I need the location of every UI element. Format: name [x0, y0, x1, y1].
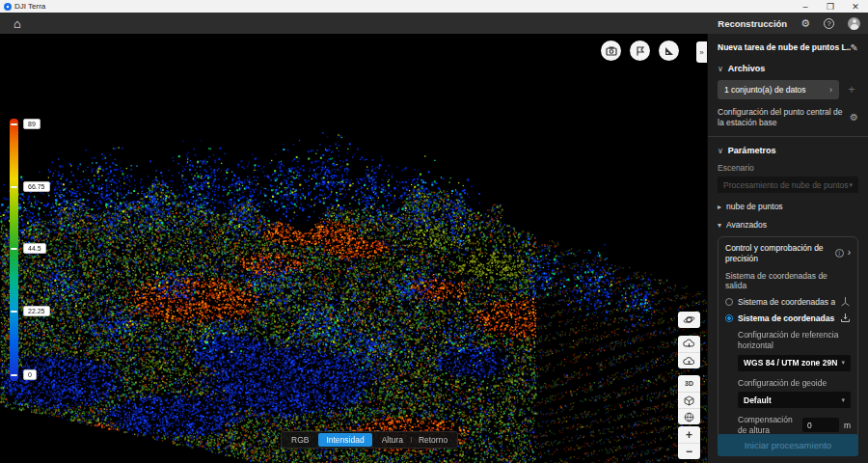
advanced-section-header[interactable]: ▾ Avanzados	[718, 220, 858, 230]
info-icon[interactable]: i	[835, 249, 844, 258]
mode-intensity[interactable]: Intensidad	[318, 433, 371, 447]
zoom-in-button[interactable]: +	[678, 426, 700, 443]
height-offset-unit: m	[844, 421, 851, 430]
colorbar-label: 44.5	[23, 243, 46, 254]
measure-tool-button[interactable]	[659, 41, 679, 61]
cloud-down-icon	[683, 339, 695, 349]
import-icon	[840, 313, 851, 323]
user-avatar[interactable]	[848, 17, 860, 30]
caret-down-icon: ▾	[841, 359, 845, 367]
3d-label: 3D	[685, 380, 693, 387]
display-mode-switcher: RGB Intensidad Altura Retorno	[281, 431, 458, 449]
horizontal-ref-label: Configuración de referencia horizontal	[738, 330, 851, 350]
crs-known-option[interactable]: Sistema de coordenadas conoc...	[725, 313, 851, 323]
geoid-value: Default	[744, 395, 772, 405]
window-title: DJI Terra	[14, 2, 45, 11]
orbit-icon	[683, 313, 695, 326]
advanced-section-label: Avanzados	[726, 220, 767, 230]
geoid-select[interactable]: Default ▾	[738, 392, 851, 408]
panel-collapse-button[interactable]: »	[696, 41, 707, 63]
display-mode-toolgroup: 3D	[678, 375, 700, 424]
orbit-toolgroup	[678, 312, 700, 328]
camera-icon	[606, 45, 617, 57]
chevron-down-icon: ∨	[718, 147, 723, 155]
height-offset-input[interactable]: 0	[802, 418, 839, 432]
zoom-toolgroup: + −	[678, 426, 700, 459]
triangle-down-icon: ▾	[718, 221, 721, 230]
radio-selected-icon	[725, 314, 733, 322]
view-3d-button[interactable]: 3D	[678, 375, 700, 392]
geoid-label: Configuración de geoide	[738, 378, 851, 389]
main-area: 89 66.75 44.5 22.25 0	[0, 34, 868, 463]
advanced-groupbox: Control y comprobación de precisión i › …	[718, 236, 858, 443]
point-cloud-canvas[interactable]	[0, 34, 707, 463]
dji-logo-icon	[4, 3, 12, 11]
colorbar-label: 22.25	[23, 306, 50, 316]
colorbar-tick	[11, 248, 17, 250]
close-button[interactable]: ✕	[843, 2, 868, 12]
cloud-top-view-button[interactable]	[678, 336, 700, 352]
chevron-right-icon: ›	[829, 85, 832, 95]
settings-icon[interactable]: ⚙	[800, 17, 810, 30]
chevron-right-icon: ›	[848, 247, 851, 259]
scenario-select[interactable]: Procesamiento de nube de puntos ▾	[718, 177, 858, 193]
base-station-gear-icon[interactable]: ⚙	[850, 111, 858, 123]
reconstruction-menu[interactable]: Reconstrucción	[718, 18, 787, 29]
minus-icon: −	[686, 445, 692, 458]
start-processing-button[interactable]: Iniciar procesamiento	[718, 434, 858, 456]
route-flag-icon	[635, 45, 646, 57]
cube-icon	[684, 395, 694, 406]
capture-view-button[interactable]	[601, 41, 621, 61]
orbit-view-button[interactable]	[678, 312, 700, 328]
titlebar: DJI Terra – ❐ ✕	[0, 0, 868, 13]
mode-return[interactable]: Retorno	[411, 433, 455, 447]
horizontal-ref-select[interactable]: WGS 84 / UTM zone 29N ▾	[738, 355, 851, 371]
sphere-mesh-icon	[684, 412, 694, 422]
colorbar-label-max: 89	[23, 119, 41, 129]
output-crs-label: Sistema de coordenadas de salida	[725, 271, 851, 290]
colorbar-tick	[11, 186, 17, 188]
accuracy-control-label: Control y comprobación de precisión	[725, 243, 831, 263]
height-offset-label: Compensación de altura	[738, 415, 798, 435]
app-window: DJI Terra – ❐ ✕ ⌂ Reconstrucción ⚙ ?	[0, 0, 868, 463]
task-title: Nueva tarea de nube de puntos L...	[718, 42, 851, 52]
crs-arbitrary-option[interactable]: Sistema de coordenadas arbitr...	[725, 296, 851, 307]
cloud-view-toolgroup	[678, 336, 700, 368]
files-section-header[interactable]: ∨ Archivos	[718, 64, 858, 73]
annotation-tool-button[interactable]	[630, 41, 650, 61]
colorbar-label: 66.75	[23, 181, 50, 192]
minimize-button[interactable]: –	[793, 2, 818, 12]
colorbar-tick	[11, 123, 17, 125]
height-offset-row: Compensación de altura 0 m	[738, 415, 851, 435]
caret-down-icon: ▾	[841, 396, 845, 404]
add-dataset-button[interactable]: +	[845, 83, 858, 96]
axes-icon	[840, 296, 851, 307]
colorbar-tick	[11, 311, 17, 313]
intensity-colorbar	[10, 119, 18, 381]
zoom-out-button[interactable]: −	[678, 443, 700, 459]
pointcloud-section-label: nube de puntos	[726, 202, 783, 211]
help-icon[interactable]: ?	[824, 18, 834, 29]
cloud-side-view-button[interactable]	[678, 352, 700, 368]
collapse-icon: »	[699, 48, 703, 57]
layer-display-button[interactable]	[678, 408, 700, 424]
mode-rgb[interactable]: RGB	[284, 433, 316, 447]
radio-unselected-icon	[725, 298, 733, 306]
pointcloud-section-header[interactable]: ▸ nube de puntos	[718, 202, 858, 211]
viewport-3d[interactable]: 89 66.75 44.5 22.25 0	[0, 34, 707, 463]
task-settings-panel: Nueva tarea de nube de puntos L... ✎ ∨ A…	[707, 34, 868, 463]
accuracy-control-row[interactable]: Control y comprobación de precisión i ›	[725, 243, 851, 263]
files-section-label: Archivos	[728, 64, 766, 73]
maximize-button[interactable]: ❐	[818, 2, 843, 12]
chevron-down-icon: ∨	[718, 65, 723, 73]
home-button[interactable]: ⌂	[8, 17, 27, 30]
edit-title-icon[interactable]: ✎	[851, 42, 858, 53]
horizontal-ref-value: WGS 84 / UTM zone 29N	[744, 358, 837, 368]
model-display-button[interactable]	[678, 392, 700, 408]
divider	[708, 136, 868, 137]
cloud-up-icon	[683, 356, 695, 367]
dataset-button[interactable]: 1 conjunto(a) de datos ›	[718, 80, 839, 99]
parameters-section-header[interactable]: ∨ Parámetros	[718, 146, 858, 155]
mode-height[interactable]: Altura	[374, 433, 411, 447]
crs-known-label: Sistema de coordenadas conoc...	[738, 313, 835, 323]
